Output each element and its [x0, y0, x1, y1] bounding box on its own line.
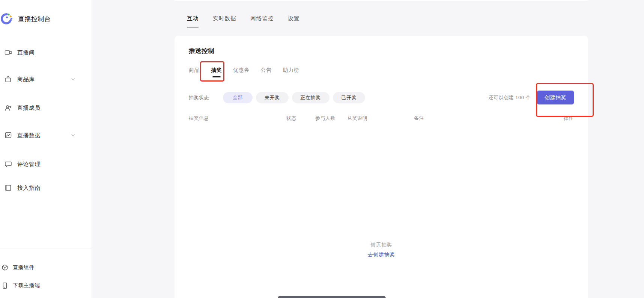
push-type-tab-bar: 商品 抽奖 优惠券 公告 助力榜 — [189, 67, 574, 80]
filter-label: 抽奖状态 — [189, 94, 209, 101]
sidebar-item-label: 直播间 — [17, 49, 35, 56]
member-icon — [5, 104, 12, 112]
sidebar-item-label: 评论管理 — [17, 161, 41, 168]
sidebar-item-label: 商品库 — [17, 76, 35, 83]
sidebar-item-label: 接入指南 — [17, 185, 41, 192]
subtab-coupons[interactable]: 优惠券 — [233, 67, 250, 80]
main-tab-bar: 互动 实时数据 网络监控 设置 — [187, 15, 299, 27]
cube-icon — [2, 264, 8, 271]
comment-icon — [5, 160, 12, 168]
sidebar-item-live-members[interactable]: 直播成员 — [0, 103, 92, 113]
status-filter-group: 全部 未开奖 正在抽奖 已开奖 — [223, 92, 365, 103]
subtab-boost-ranking[interactable]: 助力榜 — [283, 67, 299, 80]
sidebar-item-comment-management[interactable]: 评论管理 — [0, 159, 92, 169]
app-logo-row: 直播控制台 — [0, 12, 51, 25]
remaining-quota-text: 还可以创建 100 个 — [489, 94, 531, 101]
sidebar-item-label: 直播成员 — [17, 104, 41, 112]
column-header-redeem-desc: 兑奖说明 — [347, 115, 414, 122]
bottom-overlay-bar — [278, 296, 386, 298]
guide-icon — [5, 184, 12, 192]
sidebar-item-download-host-app[interactable]: 下载主播端 — [0, 281, 92, 290]
push-control-panel: 推送控制 商品 抽奖 优惠券 公告 助力榜 抽奖状态 全部 未开奖 正在抽奖 已… — [175, 36, 588, 298]
chart-icon — [5, 132, 12, 139]
sidebar: 直播控制台 直播间 商品库 直播成员 直播数据 — [0, 0, 92, 298]
app-title: 直播控制台 — [18, 15, 51, 23]
chevron-down-icon — [70, 132, 76, 138]
sidebar-divider — [0, 248, 92, 248]
sidebar-item-live-data[interactable]: 直播数据 — [0, 130, 92, 141]
sidebar-item-product-library[interactable]: 商品库 — [0, 74, 92, 85]
column-header-lottery-info: 抽奖信息 — [189, 115, 286, 122]
empty-state-text: 暂无抽奖 — [175, 242, 588, 248]
camera-icon — [5, 49, 12, 56]
tab-settings[interactable]: 设置 — [288, 15, 299, 27]
phone-icon — [2, 282, 8, 289]
lottery-filter-row: 抽奖状态 全部 未开奖 正在抽奖 已开奖 还可以创建 100 个 创建抽奖 — [189, 91, 574, 104]
filter-pill-drawing[interactable]: 正在抽奖 — [292, 92, 330, 103]
column-header-note: 备注 — [414, 115, 551, 122]
filter-pill-drawn[interactable]: 已开奖 — [333, 92, 366, 103]
filter-pill-not-drawn[interactable]: 未开奖 — [256, 92, 289, 103]
sidebar-item-live-room[interactable]: 直播间 — [0, 47, 92, 58]
sidebar-item-integration-guide[interactable]: 接入指南 — [0, 183, 92, 193]
column-header-actions: 操作 — [551, 115, 574, 122]
column-header-participants: 参与人数 — [315, 115, 347, 122]
sidebar-item-label: 下载主播端 — [13, 282, 40, 289]
tab-network-monitor[interactable]: 网络监控 — [250, 15, 274, 27]
subtab-announcement[interactable]: 公告 — [261, 67, 272, 80]
column-header-status: 状态 — [286, 115, 315, 122]
tab-realtime-data[interactable]: 实时数据 — [213, 15, 236, 27]
tab-interaction[interactable]: 互动 — [187, 15, 199, 27]
chevron-down-icon — [70, 76, 76, 82]
lottery-table-header: 抽奖信息 状态 参与人数 兑奖说明 备注 操作 — [189, 115, 574, 122]
scrolled-card-bottom-edge — [175, 0, 588, 1]
subtab-lottery[interactable]: 抽奖 — [211, 67, 222, 80]
sidebar-item-label: 直播组件 — [13, 264, 35, 271]
create-lottery-button[interactable]: 创建抽奖 — [537, 91, 574, 104]
filter-pill-all[interactable]: 全部 — [223, 92, 253, 103]
sidebar-item-label: 直播数据 — [17, 132, 41, 139]
app-logo-icon — [0, 12, 13, 25]
bag-icon — [5, 76, 12, 83]
empty-state: 暂无抽奖 去创建抽奖 — [175, 242, 588, 258]
panel-title: 推送控制 — [189, 47, 574, 55]
subtab-products[interactable]: 商品 — [189, 67, 200, 80]
go-create-lottery-link[interactable]: 去创建抽奖 — [175, 251, 588, 258]
sidebar-item-live-components[interactable]: 直播组件 — [0, 263, 92, 272]
